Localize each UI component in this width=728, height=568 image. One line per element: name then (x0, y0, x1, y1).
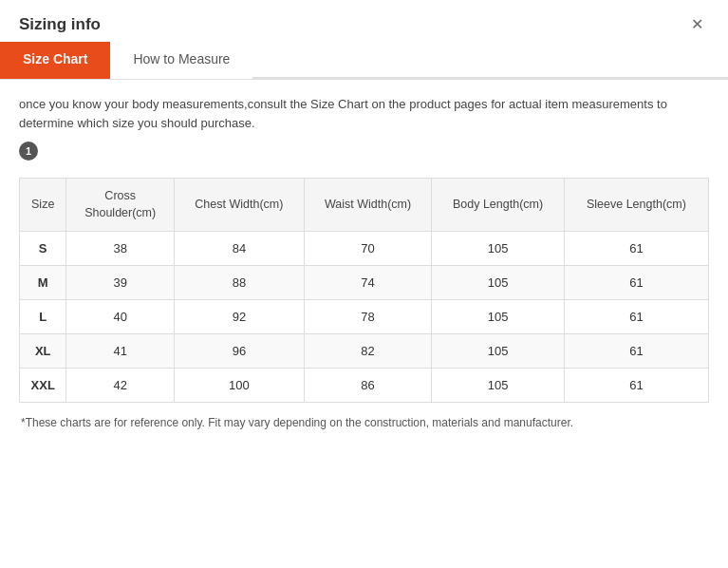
col-header-body-length: Body Length(cm) (432, 179, 565, 232)
table-cell-2-4: 105 (432, 300, 565, 334)
table-cell-4-4: 105 (432, 369, 565, 403)
table-cell-2-3: 78 (304, 300, 431, 334)
table-cell-2-5: 61 (564, 300, 708, 334)
col-header-cross-shoulder: CrossShoulder(cm) (66, 179, 175, 232)
table-cell-0-0: S (20, 232, 66, 266)
table-cell-4-5: 61 (564, 369, 708, 403)
table-cell-0-5: 61 (564, 232, 708, 266)
table-cell-3-5: 61 (564, 334, 708, 369)
footnote: *These charts are for reference only. Fi… (19, 416, 709, 429)
col-header-waist-width: Waist Width(cm) (304, 179, 431, 232)
table-cell-3-1: 41 (66, 334, 175, 369)
table-cell-0-2: 84 (174, 232, 304, 266)
table-cell-3-4: 105 (432, 334, 565, 369)
size-table: Size CrossShoulder(cm) Chest Width(cm) W… (19, 178, 709, 403)
col-header-size: Size (20, 179, 66, 232)
table-cell-1-2: 88 (174, 266, 304, 300)
table-cell-4-2: 100 (174, 369, 304, 403)
modal-container: Sizing info ✕ Size Chart How to Measure … (0, 0, 728, 568)
table-cell-2-2: 92 (174, 300, 304, 334)
close-button[interactable]: ✕ (685, 15, 709, 34)
table-row: XXL421008610561 (20, 369, 709, 403)
modal-title: Sizing info (19, 15, 101, 34)
table-cell-3-2: 96 (174, 334, 304, 369)
table-row: XL41968210561 (20, 334, 709, 369)
table-cell-2-0: L (20, 300, 66, 334)
table-cell-1-4: 105 (432, 266, 565, 300)
table-header-row: Size CrossShoulder(cm) Chest Width(cm) W… (20, 179, 709, 232)
step-badge: 1 (19, 142, 38, 161)
table-cell-1-0: M (20, 266, 66, 300)
table-cell-3-0: XL (20, 334, 66, 369)
table-cell-4-1: 42 (66, 369, 175, 403)
modal-header: Sizing info ✕ (0, 0, 728, 42)
col-header-sleeve-length: Sleeve Length(cm) (564, 179, 708, 232)
table-cell-0-3: 70 (304, 232, 431, 266)
table-cell-0-4: 105 (432, 232, 565, 266)
tabs-container: Size Chart How to Measure (0, 42, 728, 79)
table-cell-4-3: 86 (304, 369, 431, 403)
tab-how-to-measure[interactable]: How to Measure (110, 42, 252, 79)
table-row: M39887410561 (20, 266, 709, 300)
table-cell-2-1: 40 (66, 300, 175, 334)
table-cell-1-1: 39 (66, 266, 175, 300)
table-row: L40927810561 (20, 300, 709, 334)
table-cell-1-5: 61 (564, 266, 708, 300)
tab-content: once you know your body measurements,con… (0, 80, 728, 439)
table-cell-0-1: 38 (66, 232, 175, 266)
table-cell-4-0: XXL (20, 369, 66, 403)
tab-size-chart[interactable]: Size Chart (0, 42, 110, 79)
intro-text: once you know your body measurements,con… (19, 95, 709, 132)
col-header-chest-width: Chest Width(cm) (174, 179, 304, 232)
table-row: S38847010561 (20, 232, 709, 266)
table-cell-1-3: 74 (304, 266, 431, 300)
table-cell-3-3: 82 (304, 334, 431, 369)
